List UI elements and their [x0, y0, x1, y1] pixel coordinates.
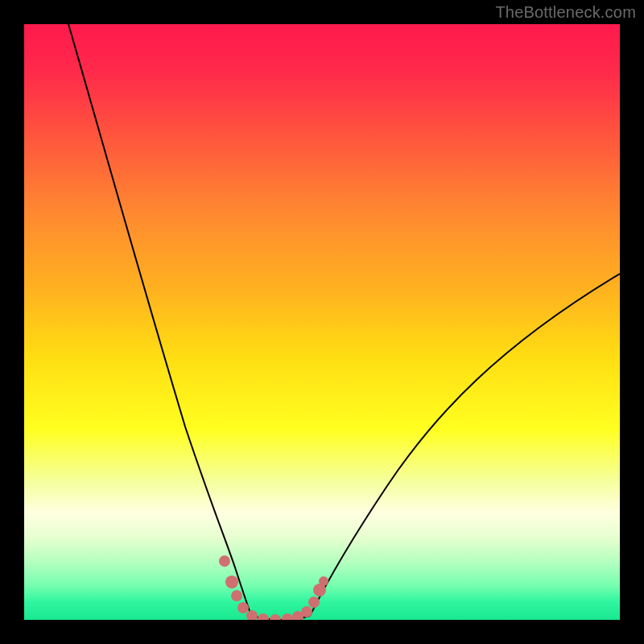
marker-dot [319, 576, 328, 586]
marker-dot [308, 597, 320, 608]
left-curve [68, 24, 251, 616]
frame-left [0, 0, 24, 644]
plot-area [24, 24, 620, 620]
chart-container: TheBottleneck.com [0, 0, 644, 644]
marker-dot [219, 555, 230, 567]
marker-dot [225, 576, 238, 588]
marker-dot [282, 613, 293, 620]
marker-dot [258, 613, 269, 620]
marker-dot [237, 602, 249, 613]
marker-dot [231, 590, 242, 601]
watermark-text: TheBottleneck.com [495, 3, 636, 22]
marker-dot [301, 606, 312, 617]
frame-bottom [0, 620, 644, 644]
marker-dot [270, 614, 281, 620]
frame-right [620, 0, 644, 644]
marker-dot [246, 610, 258, 620]
right-curve [310, 274, 620, 616]
curve-layer [24, 24, 620, 620]
